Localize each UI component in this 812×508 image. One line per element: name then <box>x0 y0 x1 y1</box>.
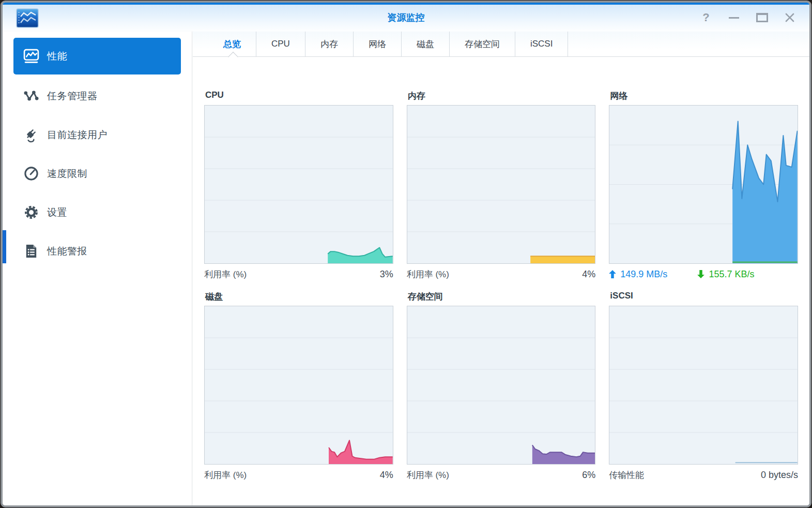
volume-chart-plot <box>407 306 596 465</box>
sidebar-item-connected-users[interactable]: 目前连接用户 <box>13 115 181 154</box>
charts-grid: CPU 利用率 (%) 3% 内存 利用率 (%) 4% <box>204 90 798 481</box>
window-controls: ? <box>700 10 796 25</box>
titlebar: 资源监控 ? <box>3 5 809 32</box>
sidebar-item-speed-limit[interactable]: 速度限制 <box>13 154 181 193</box>
sidebar-item-task-manager[interactable]: 任务管理器 <box>13 77 181 115</box>
memory-caption-label: 利用率 (%) <box>407 268 449 280</box>
sidebar-item-label: 设置 <box>47 206 67 219</box>
cpu-caption-value: 3% <box>380 269 393 280</box>
tab-disk[interactable]: 磁盘 <box>402 32 450 56</box>
iscsi-chart-plot <box>609 306 798 465</box>
tab-network[interactable]: 网络 <box>354 32 402 56</box>
tab-bar: 总览CPU内存网络磁盘存储空间iSCSI <box>193 32 809 57</box>
cpu-caption-label: 利用率 (%) <box>204 268 247 280</box>
iscsi-chart-title: iSCSI <box>610 291 798 302</box>
window-title: 资源监控 <box>3 11 809 24</box>
task-manager-icon <box>22 87 40 105</box>
sidebar-item-label: 性能警报 <box>47 245 87 258</box>
help-button[interactable]: ? <box>700 11 712 24</box>
volume-chart-panel: 存储空间 利用率 (%) 6% <box>407 291 596 481</box>
iscsi-caption-label: 传输性能 <box>609 469 644 481</box>
sidebar-item-label: 性能 <box>47 50 67 63</box>
tab-volume[interactable]: 存储空间 <box>450 32 515 56</box>
network-chart-plot <box>609 105 798 264</box>
sidebar-item-label: 速度限制 <box>47 167 87 181</box>
speed-limit-icon <box>22 165 40 183</box>
sidebar-item-performance-alarm[interactable]: 性能警报 <box>13 232 181 271</box>
close-button[interactable] <box>784 11 796 24</box>
network-upload-stat: 149.9 MB/s <box>609 269 667 280</box>
network-download-value: 155.7 KB/s <box>709 269 754 280</box>
maximize-button[interactable] <box>756 11 768 24</box>
network-chart-panel: 网络 149.9 MB/s 155.7 KB/s <box>609 90 798 280</box>
iscsi-caption-value: 0 bytes/s <box>761 470 798 481</box>
disk-caption-value: 4% <box>380 470 393 481</box>
volume-caption-value: 6% <box>582 470 595 481</box>
left-edge-accent <box>3 230 6 263</box>
sidebar-item-performance[interactable]: 性能 <box>13 38 181 74</box>
sidebar-item-label: 任务管理器 <box>47 89 98 103</box>
memory-caption-value: 4% <box>582 269 595 280</box>
iscsi-chart-panel: iSCSI 传输性能 0 bytes/s <box>609 291 798 481</box>
overview-content: CPU 利用率 (%) 3% 内存 利用率 (%) 4% <box>193 57 809 481</box>
tab-cpu[interactable]: CPU <box>256 32 305 56</box>
sidebar-item-settings[interactable]: 设置 <box>13 193 181 232</box>
network-chart-title: 网络 <box>610 90 798 101</box>
settings-icon <box>22 204 40 221</box>
disk-chart-panel: 磁盘 利用率 (%) 4% <box>204 291 393 481</box>
sidebar-item-label: 目前连接用户 <box>47 128 108 142</box>
memory-chart-panel: 内存 利用率 (%) 4% <box>407 90 596 280</box>
tab-iscsi[interactable]: iSCSI <box>515 32 568 56</box>
minimize-button[interactable] <box>728 11 740 24</box>
sidebar: 性能任务管理器目前连接用户速度限制设置性能警报 <box>3 32 192 505</box>
resource-monitor-window: 资源监控 ? 性能任务管理器目前连接用户速度限制设置性能警报 总览CPU内存网络… <box>1 1 811 507</box>
network-download-stat: 155.7 KB/s <box>697 269 754 280</box>
main-panel: 总览CPU内存网络磁盘存储空间iSCSI CPU 利用率 (%) 3% 内存 利… <box>193 32 809 505</box>
download-arrow-icon <box>697 270 704 278</box>
disk-chart-plot <box>204 306 393 465</box>
memory-chart-plot <box>407 105 596 264</box>
performance-alarm-icon <box>22 243 40 260</box>
memory-chart-title: 内存 <box>408 90 596 101</box>
volume-caption-label: 利用率 (%) <box>407 469 449 481</box>
cpu-chart-plot <box>204 105 393 264</box>
cpu-chart-panel: CPU 利用率 (%) 3% <box>204 90 393 280</box>
upload-arrow-icon <box>609 270 616 278</box>
volume-chart-title: 存储空间 <box>408 291 596 302</box>
connected-users-icon <box>22 126 40 144</box>
tab-memory[interactable]: 内存 <box>305 32 354 56</box>
cpu-chart-title: CPU <box>205 90 393 101</box>
network-upload-value: 149.9 MB/s <box>620 269 667 280</box>
performance-icon <box>22 48 40 65</box>
disk-chart-title: 磁盘 <box>205 291 393 302</box>
disk-caption-label: 利用率 (%) <box>204 469 247 481</box>
